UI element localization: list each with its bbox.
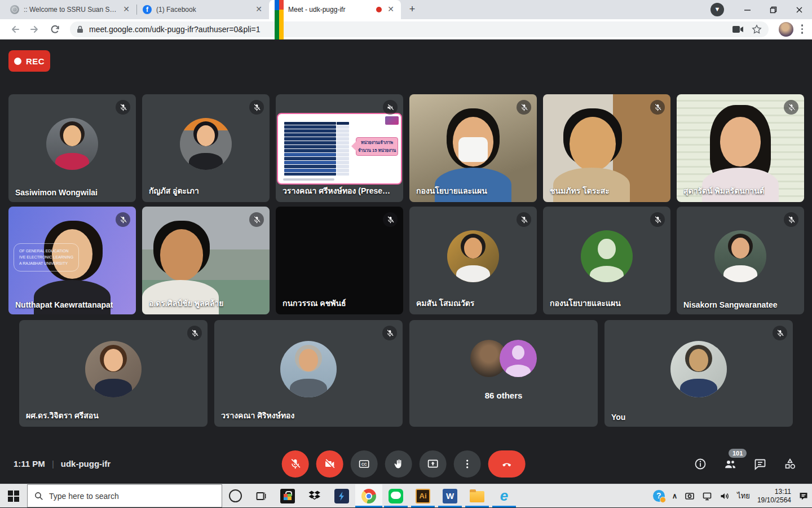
participant-tile[interactable]: หน่วยงานเจ้าภาพจำนวน 15 หน่วยงานวรางคณา … [276,94,403,202]
chrome-icon [361,489,376,503]
meeting-code: udk-pugg-ifr [61,459,111,468]
network-tray-icon[interactable] [702,491,712,501]
volume-tray-icon[interactable] [720,491,730,501]
participant-tile[interactable]: กัญภัส อู่ตะเภา [142,94,270,202]
meeting-details-button[interactable] [693,457,708,471]
participant-count-badge: 101 [729,449,747,458]
lightning-app-icon [334,489,349,503]
taskbar-clock[interactable]: 13:11 19/10/2564 [757,488,791,505]
participant-tile[interactable]: ชนมภัทร โตระสะ [543,94,670,202]
participant-tile[interactable]: คมสัน โสมณวัตร [409,207,537,314]
browser-toolbar: meet.google.com/udk-pugg-ifr?authuser=0&… [0,19,812,40]
browser-tab[interactable]: :: Welcome to SSRU Suan Sunanc✕ [5,0,136,19]
slide-callout: หน่วยงานเจ้าภาพจำนวน 15 หน่วยงาน [356,137,398,156]
participant-tile[interactable]: 86 others [409,320,598,427]
participant-tile[interactable]: อ.ดร.ศิลป์ชัย พูลคล้าย [142,207,270,314]
participant-tile[interactable]: You [604,320,793,427]
tile-row: ผศ.ดร.วิจิตรา ศรีสอนวรางคณา ศิริหงษ์ทอง8… [0,320,812,427]
address-bar[interactable]: meet.google.com/udk-pugg-ifr?authuser=0&… [70,21,769,37]
line-icon [389,489,403,503]
participant-tile[interactable]: กนกวรรณ คชพันธ์ [276,207,403,314]
participant-tile[interactable]: วรางคณา ศิริหงษ์ทอง [214,320,403,427]
audio-muted-icon [383,100,398,115]
participant-tile[interactable]: OF GENERAL EDUCATIONIVE ELECTRONIC LEARN… [8,207,136,314]
participant-tile[interactable]: กองนโยบายและแผน [543,207,670,314]
participant-tile[interactable]: Sasiwimon Wongwilai [8,94,136,202]
browser-menu-button[interactable] [797,24,808,34]
camera-off-button[interactable] [316,450,343,478]
participant-tile[interactable]: กองนโยบายและแผน [409,94,537,202]
raise-hand-button[interactable] [385,450,412,478]
help-tray-icon[interactable]: ? [653,490,665,502]
reload-button[interactable] [47,21,63,37]
participant-tile[interactable]: ผศ.ดร.วิจิตรา ศรีสอน [19,320,208,427]
avatar [447,230,499,282]
new-tab-button[interactable]: + [404,2,420,17]
recording-label: REC [26,56,45,66]
participant-tile[interactable]: สุดารัตน์ พิมลรัตนกานต์ [677,94,804,202]
browser-tab[interactable]: Meet - udk-pugg-ifr✕ [269,0,401,19]
show-hidden-icons-chevron[interactable]: ∧ [672,492,678,500]
taskbar-app-microsoft-store[interactable] [274,484,301,507]
participant-tile[interactable]: Nisakorn Sangwaranatee [677,207,804,314]
minimize-button[interactable] [734,0,760,19]
chat-button[interactable] [753,457,767,471]
mic-muted-icon [383,212,398,227]
camera-in-use-icon[interactable] [732,25,744,33]
svg-text:CC: CC [361,462,367,466]
taskbar-search-input[interactable]: Type here to search [27,484,222,507]
forward-button[interactable] [27,21,43,37]
file-explorer-icon [470,491,484,502]
taskbar-app-lightning-app[interactable] [328,484,355,507]
taskbar-app-line[interactable] [382,484,409,507]
browser-tab[interactable]: f(1) Facebook✕ [137,0,269,19]
facebook-favicon: f [143,5,152,14]
avatar [670,341,727,397]
task-view-button[interactable] [248,484,274,507]
activities-button[interactable] [783,457,797,471]
participant-name: Sasiwimon Wongwilai [15,188,98,197]
mic-muted-button[interactable] [282,450,309,478]
cortana-button[interactable] [222,484,248,507]
taskbar-app-chrome[interactable] [355,484,382,507]
action-center-button[interactable] [798,491,809,501]
recording-dot-icon [14,58,21,65]
virtual-background-text: OF GENERAL EDUCATIONIVE ELECTRONIC LEARN… [14,243,79,271]
mic-muted-icon [784,100,798,115]
mic-muted-icon [784,212,798,227]
mic-muted-icon [382,326,397,340]
mic-muted-icon [773,326,787,340]
participants-button[interactable]: 101 [723,457,738,471]
back-button[interactable] [7,21,23,37]
bookmark-star-icon[interactable] [752,24,762,34]
taskbar-app-word[interactable]: W [436,484,464,507]
taskbar-app-internet-explorer[interactable]: e [491,484,518,507]
participant-name: กนกวรรณ คชพันธ์ [283,297,346,309]
avatar [280,341,337,397]
close-window-button[interactable] [786,0,812,19]
tab-search-button[interactable]: ▼ [710,3,724,16]
taskbar-app-file-explorer[interactable] [464,484,491,507]
captions-button[interactable]: CC [351,450,378,478]
participant-name: กองนโยบายและแผน [550,297,621,309]
tab-close-icon[interactable]: ✕ [122,5,131,14]
tab-close-icon[interactable]: ✕ [254,5,263,14]
participant-name: Nutthapat Kaewrattanapat [15,300,113,309]
present-screen-button[interactable] [420,450,447,478]
url-text: meet.google.com/udk-pugg-ifr?authuser=0&… [89,25,725,34]
slide-corner-image [385,116,399,125]
more-options-button[interactable] [454,450,481,478]
end-call-button[interactable] [488,450,526,478]
mic-muted-icon [249,100,264,115]
language-indicator[interactable]: ไทย [737,490,750,502]
start-button[interactable] [0,484,27,507]
restore-button[interactable] [760,0,786,19]
cast-tray-icon[interactable] [685,491,695,501]
profile-avatar[interactable] [779,22,793,37]
cortana-icon [229,489,242,502]
tab-close-icon[interactable]: ✕ [386,5,395,14]
participant-name: อ.ดร.ศิลป์ชัย พูลคล้าย [149,297,224,309]
taskbar-app-dropbox[interactable] [301,484,328,507]
taskbar-app-illustrator[interactable]: Ai [409,484,436,507]
mic-muted-icon [116,100,130,115]
